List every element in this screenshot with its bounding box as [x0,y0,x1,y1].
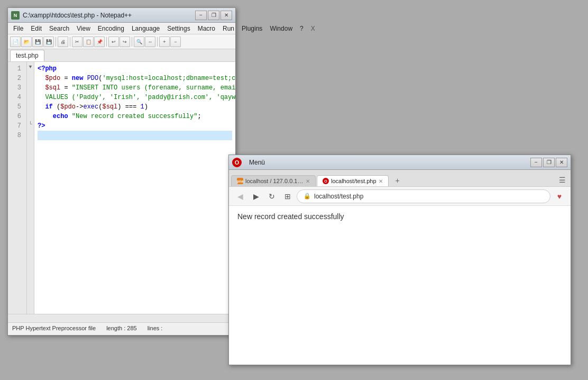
menu-view[interactable]: View [74,24,94,33]
opera-titlebar: O Menü − ❐ ✕ [229,155,571,170]
toolbar-sep-1 [56,37,56,47]
opera-tab-menu-btn[interactable]: ☰ [556,174,568,186]
opera-window: O Menü − ❐ ✕ pna localhost / 127.0.0.1 /… [228,155,571,365]
npp-app-icon: N [11,11,20,20]
opera-minimize-btn[interactable]: − [530,158,542,167]
ln-1: 1 [8,64,23,74]
opera-forward-btn[interactable]: ▶ [249,189,263,203]
menu-window[interactable]: Window [267,24,296,33]
toolbar-new[interactable]: 📄 [10,37,21,47]
toolbar-replace[interactable]: ↔ [145,37,155,47]
fold-2 [27,71,34,81]
menu-help[interactable]: ? [297,24,307,33]
ln-3: 3 [8,83,23,93]
toolbar-zoom-in[interactable]: + [159,37,170,47]
toolbar-sep-5 [157,37,158,47]
opera-tab-2-label: localhost/test.php [331,178,376,184]
opera-new-tab-btn[interactable]: + [392,175,403,186]
npp-statusbar: PHP Hypertext Preprocessor file length :… [8,322,235,333]
toolbar-cut[interactable]: ✂ [72,37,82,47]
menu-file[interactable]: File [10,24,26,33]
toolbar-save[interactable]: 💾 [32,37,43,47]
code-line-8 [38,131,232,140]
fold-3 [27,81,34,91]
line-numbers: 1 2 3 4 5 6 7 8 [8,62,27,314]
code-line-7: ?> [38,121,232,131]
code-line-6: echo "New record created successfully"; [38,112,232,121]
code-line-3: $sql = "INSERT INTO users (forename, sur… [38,83,232,93]
tab-favicon-opera: O [323,178,329,184]
opera-tab-testphp[interactable]: O localhost/test.php ✕ [317,175,389,186]
menu-edit[interactable]: Edit [27,24,45,33]
fold-4 [27,91,34,100]
toolbar-find[interactable]: 🔍 [134,37,144,47]
toolbar-print[interactable]: 🖨 [58,37,68,47]
toolbar-undo[interactable]: ↩ [108,37,119,47]
menu-macro[interactable]: Macro [195,24,218,33]
opera-close-btn[interactable]: ✕ [556,158,567,167]
ln-6: 6 [8,112,23,121]
opera-address-bar[interactable]: 🔒 localhost/test.php [297,189,550,203]
status-length: length : 285 [106,325,137,331]
menu-search[interactable]: Search [46,24,72,33]
code-editor[interactable]: <?php $pdo = new PDO('mysql:host=localho… [34,62,235,314]
npp-editor-area: 1 2 3 4 5 6 7 8 ▼ └ <?php $pdo = new PDO… [8,62,235,314]
code-line-2: $pdo = new PDO('mysql:host=localhost;dbn… [38,74,232,83]
ln-8: 8 [8,131,23,140]
npp-restore-btn[interactable]: ❐ [208,11,219,20]
menu-language[interactable]: Language [128,24,163,33]
opera-tab-localhost[interactable]: pna localhost / 127.0.0.1 / test ✕ [231,175,316,186]
toolbar-copy[interactable]: 📋 [83,37,94,47]
status-filetype: PHP Hypertext Preprocessor file [12,325,96,331]
menu-close-x[interactable]: X [308,24,318,33]
toolbar-sep-3 [106,37,107,47]
fold-7: └ [27,119,34,129]
toolbar-save-all[interactable]: 💾 [43,37,54,47]
npp-tab-bar: test.php [8,49,235,62]
npp-minimize-btn[interactable]: − [195,11,207,20]
opera-tab-1-close[interactable]: ✕ [306,178,310,184]
npp-close-btn[interactable]: ✕ [221,11,232,20]
tab-favicon-pma: pna [237,178,243,184]
fold-1[interactable]: ▼ [27,62,34,71]
toolbar-open[interactable]: 📂 [21,37,32,47]
npp-menubar: File Edit Search View Encoding Language … [8,23,235,34]
opera-page-content: New record created successfully [229,206,571,365]
toolbar-redo[interactable]: ↪ [120,37,130,47]
ln-2: 2 [8,74,23,83]
toolbar-zoom-out[interactable]: − [170,37,181,47]
address-globe-icon: 🔒 [304,193,311,200]
npp-tab-testphp[interactable]: test.php [10,50,44,61]
fold-8 [27,129,34,138]
menu-plugins[interactable]: Plugins [238,24,265,33]
opera-grid-btn[interactable]: ⊞ [281,189,295,203]
opera-navbar: ◀ ▶ ↻ ⊞ 🔒 localhost/test.php ♥ [229,187,571,206]
npp-tab-label: test.php [16,52,39,59]
opera-restore-btn[interactable]: ❐ [543,158,555,167]
ln-4: 4 [8,93,23,102]
menu-run[interactable]: Run [219,24,237,33]
npp-title: C:\xampp\htdocs\test.php - Notepad++ [23,12,195,19]
notepad-window: N C:\xampp\htdocs\test.php - Notepad++ −… [7,7,236,336]
fold-5 [27,100,34,110]
opera-logo-icon: O [232,158,242,167]
ln-7: 7 [8,121,23,131]
toolbar-sep-2 [70,37,70,47]
fold-column: ▼ └ [27,62,34,314]
opera-tab-2-close[interactable]: ✕ [379,178,383,184]
opera-menu-label[interactable]: Menü [245,158,269,167]
opera-tab-extra: ☰ [556,174,568,186]
menu-encoding[interactable]: Encoding [95,24,127,33]
opera-reload-btn[interactable]: ↻ [265,189,279,203]
fold-6 [27,110,34,119]
opera-titlebar-buttons: − ❐ ✕ [530,158,567,167]
code-line-1: <?php [38,64,232,74]
npp-scrollbar-h[interactable] [8,314,235,322]
opera-page-text: New record created successfully [237,212,344,221]
npp-titlebar: N C:\xampp\htdocs\test.php - Notepad++ −… [8,8,235,23]
npp-toolbar: 📄 📂 💾 💾 🖨 ✂ 📋 📌 ↩ ↪ 🔍 ↔ + − [8,34,235,49]
opera-favorite-btn[interactable]: ♥ [553,189,566,203]
menu-settings[interactable]: Settings [164,24,193,33]
opera-back-btn[interactable]: ◀ [233,189,247,203]
toolbar-paste[interactable]: 📌 [94,37,105,47]
